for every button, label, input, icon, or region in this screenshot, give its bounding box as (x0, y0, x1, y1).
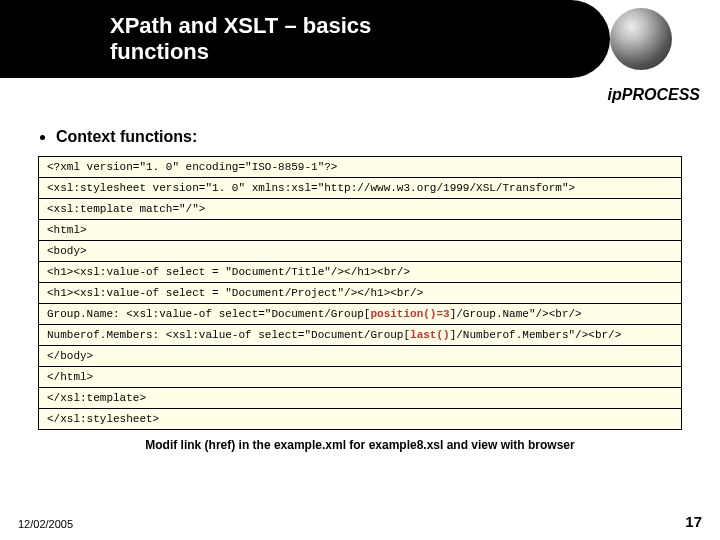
logo-text: ipPROCESS (608, 86, 700, 103)
slide-header: XPath and XSLT – basics functions (0, 0, 720, 78)
title-line1: XPath and XSLT – basics (110, 13, 371, 38)
code-line: <h1><xsl:value-of select = "Document/Pro… (39, 283, 681, 304)
code-line: </xsl:template> (39, 388, 681, 409)
svg-point-1 (59, 37, 66, 44)
code-line: <xsl:template match="/"> (39, 199, 681, 220)
sphere-decoration (610, 8, 672, 70)
svg-point-2 (49, 42, 56, 49)
logo: ipPROCESS (608, 86, 700, 104)
svg-point-3 (39, 47, 46, 54)
slide-title: XPath and XSLT – basics functions (110, 13, 371, 66)
page-number: 17 (685, 513, 702, 530)
footer-note: Modif link (href) in the example.xml for… (38, 438, 682, 452)
code-line: <?xml version="1. 0" encoding="ISO-8859-… (39, 157, 681, 178)
code-line: <h1><xsl:value-of select = "Document/Tit… (39, 262, 681, 283)
code-line: <body> (39, 241, 681, 262)
code-line: </xsl:stylesheet> (39, 409, 681, 429)
code-box: <?xml version="1. 0" encoding="ISO-8859-… (38, 156, 682, 430)
code-line: Group.Name: <xsl:value-of select="Docume… (39, 304, 681, 325)
bullet-list: Context functions: (56, 128, 682, 146)
svg-point-4 (29, 57, 36, 64)
section-title: Context functions: (56, 128, 682, 146)
code-line: <xsl:stylesheet version="1. 0" xmlns:xsl… (39, 178, 681, 199)
code-line: Numberof.Members: <xsl:value-of select="… (39, 325, 681, 346)
highlight: position()=3 (370, 308, 449, 320)
code-line: </html> (39, 367, 681, 388)
highlight: last() (410, 329, 450, 341)
slide-content: Context functions: <?xml version="1. 0" … (0, 78, 720, 452)
code-line: <html> (39, 220, 681, 241)
slide-date: 12/02/2005 (18, 518, 73, 530)
code-line: </body> (39, 346, 681, 367)
svg-point-0 (69, 32, 76, 39)
title-line2: functions (110, 39, 209, 64)
circuit-icon (0, 0, 100, 78)
